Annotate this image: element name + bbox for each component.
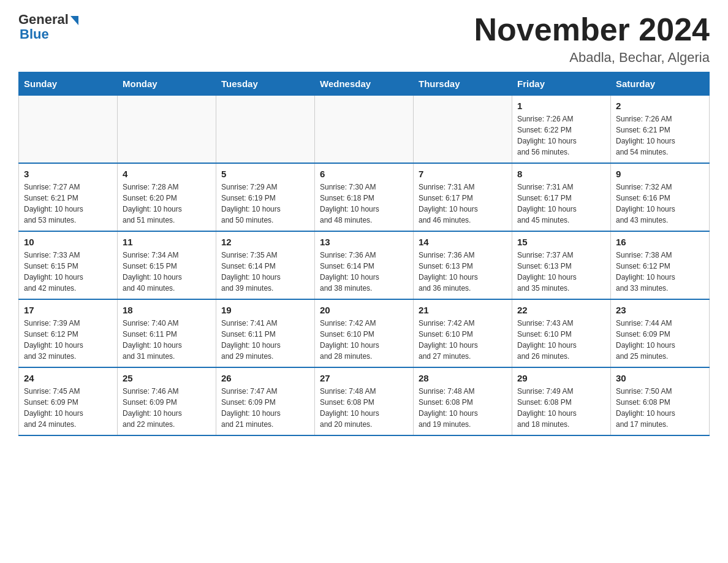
day-number: 26: [221, 373, 309, 383]
day-info: Sunrise: 7:27 AMSunset: 6:21 PMDaylight:…: [24, 182, 112, 226]
table-row: 7Sunrise: 7:31 AMSunset: 6:17 PMDaylight…: [414, 163, 512, 231]
calendar-week-row: 1Sunrise: 7:26 AMSunset: 6:22 PMDaylight…: [19, 96, 710, 164]
table-row: 28Sunrise: 7:48 AMSunset: 6:08 PMDayligh…: [414, 367, 512, 435]
header-friday: Friday: [512, 72, 611, 96]
day-number: 29: [517, 373, 605, 383]
logo-blue: Blue: [20, 26, 49, 42]
day-info: Sunrise: 7:30 AMSunset: 6:18 PMDaylight:…: [320, 182, 408, 226]
calendar-week-row: 10Sunrise: 7:33 AMSunset: 6:15 PMDayligh…: [19, 231, 710, 299]
day-number: 3: [24, 169, 112, 179]
day-info: Sunrise: 7:40 AMSunset: 6:11 PMDaylight:…: [123, 318, 211, 362]
day-info: Sunrise: 7:44 AMSunset: 6:09 PMDaylight:…: [616, 318, 704, 362]
day-info: Sunrise: 7:47 AMSunset: 6:09 PMDaylight:…: [221, 386, 309, 430]
calendar-table: Sunday Monday Tuesday Wednesday Thursday…: [18, 72, 710, 436]
day-info: Sunrise: 7:33 AMSunset: 6:15 PMDaylight:…: [24, 250, 112, 294]
table-row: 23Sunrise: 7:44 AMSunset: 6:09 PMDayligh…: [611, 299, 710, 367]
day-info: Sunrise: 7:48 AMSunset: 6:08 PMDaylight:…: [419, 386, 507, 430]
day-info: Sunrise: 7:38 AMSunset: 6:12 PMDaylight:…: [616, 250, 704, 294]
day-number: 25: [123, 373, 211, 383]
day-info: Sunrise: 7:50 AMSunset: 6:08 PMDaylight:…: [616, 386, 704, 430]
table-row: 20Sunrise: 7:42 AMSunset: 6:10 PMDayligh…: [315, 299, 414, 367]
day-number: 17: [24, 305, 112, 315]
day-info: Sunrise: 7:31 AMSunset: 6:17 PMDaylight:…: [419, 182, 507, 226]
day-number: 10: [24, 237, 112, 247]
day-number: 12: [221, 237, 309, 247]
calendar-week-row: 17Sunrise: 7:39 AMSunset: 6:12 PMDayligh…: [19, 299, 710, 367]
table-row: 24Sunrise: 7:45 AMSunset: 6:09 PMDayligh…: [19, 367, 118, 435]
day-info: Sunrise: 7:28 AMSunset: 6:20 PMDaylight:…: [123, 182, 211, 226]
day-number: 5: [221, 169, 309, 179]
table-row: 22Sunrise: 7:43 AMSunset: 6:10 PMDayligh…: [512, 299, 611, 367]
table-row: 9Sunrise: 7:32 AMSunset: 6:16 PMDaylight…: [611, 163, 710, 231]
table-row: 2Sunrise: 7:26 AMSunset: 6:21 PMDaylight…: [611, 96, 710, 164]
table-row: 13Sunrise: 7:36 AMSunset: 6:14 PMDayligh…: [315, 231, 414, 299]
day-number: 20: [320, 305, 408, 315]
day-number: 30: [616, 373, 704, 383]
day-number: 21: [419, 305, 507, 315]
day-number: 14: [419, 237, 507, 247]
day-info: Sunrise: 7:41 AMSunset: 6:11 PMDaylight:…: [221, 318, 309, 362]
title-section: November 2024 Abadla, Bechar, Algeria: [474, 12, 710, 66]
table-row: [19, 96, 118, 164]
day-number: 9: [616, 169, 704, 179]
table-row: 21Sunrise: 7:42 AMSunset: 6:10 PMDayligh…: [414, 299, 512, 367]
day-info: Sunrise: 7:45 AMSunset: 6:09 PMDaylight:…: [24, 386, 112, 430]
day-number: 6: [320, 169, 408, 179]
table-row: 16Sunrise: 7:38 AMSunset: 6:12 PMDayligh…: [611, 231, 710, 299]
calendar-week-row: 3Sunrise: 7:27 AMSunset: 6:21 PMDaylight…: [19, 163, 710, 231]
day-number: 24: [24, 373, 112, 383]
header-tuesday: Tuesday: [216, 72, 315, 96]
day-number: 4: [123, 169, 211, 179]
table-row: 4Sunrise: 7:28 AMSunset: 6:20 PMDaylight…: [118, 163, 216, 231]
day-number: 7: [419, 169, 507, 179]
table-row: [414, 96, 512, 164]
calendar-header-row: Sunday Monday Tuesday Wednesday Thursday…: [19, 72, 710, 96]
day-info: Sunrise: 7:42 AMSunset: 6:10 PMDaylight:…: [320, 318, 408, 362]
table-row: 19Sunrise: 7:41 AMSunset: 6:11 PMDayligh…: [216, 299, 315, 367]
day-number: 27: [320, 373, 408, 383]
day-info: Sunrise: 7:37 AMSunset: 6:13 PMDaylight:…: [517, 250, 605, 294]
table-row: 5Sunrise: 7:29 AMSunset: 6:19 PMDaylight…: [216, 163, 315, 231]
table-row: [216, 96, 315, 164]
day-info: Sunrise: 7:35 AMSunset: 6:14 PMDaylight:…: [221, 250, 309, 294]
day-info: Sunrise: 7:31 AMSunset: 6:17 PMDaylight:…: [517, 182, 605, 226]
day-info: Sunrise: 7:29 AMSunset: 6:19 PMDaylight:…: [221, 182, 309, 226]
day-number: 2: [616, 101, 704, 111]
day-number: 1: [517, 101, 605, 111]
day-number: 11: [123, 237, 211, 247]
day-info: Sunrise: 7:48 AMSunset: 6:08 PMDaylight:…: [320, 386, 408, 430]
header-saturday: Saturday: [611, 72, 710, 96]
table-row: [118, 96, 216, 164]
logo-general: General: [18, 12, 69, 27]
table-row: 30Sunrise: 7:50 AMSunset: 6:08 PMDayligh…: [611, 367, 710, 435]
day-number: 19: [221, 305, 309, 315]
day-info: Sunrise: 7:26 AMSunset: 6:22 PMDaylight:…: [517, 113, 605, 158]
location: Abadla, Bechar, Algeria: [474, 50, 710, 66]
table-row: 15Sunrise: 7:37 AMSunset: 6:13 PMDayligh…: [512, 231, 611, 299]
table-row: 18Sunrise: 7:40 AMSunset: 6:11 PMDayligh…: [118, 299, 216, 367]
table-row: [315, 96, 414, 164]
table-row: 27Sunrise: 7:48 AMSunset: 6:08 PMDayligh…: [315, 367, 414, 435]
header-wednesday: Wednesday: [315, 72, 414, 96]
table-row: 11Sunrise: 7:34 AMSunset: 6:15 PMDayligh…: [118, 231, 216, 299]
day-number: 23: [616, 305, 704, 315]
day-number: 16: [616, 237, 704, 247]
day-number: 28: [419, 373, 507, 383]
day-info: Sunrise: 7:46 AMSunset: 6:09 PMDaylight:…: [123, 386, 211, 430]
header-thursday: Thursday: [414, 72, 512, 96]
table-row: 26Sunrise: 7:47 AMSunset: 6:09 PMDayligh…: [216, 367, 315, 435]
month-title: November 2024: [474, 12, 710, 47]
day-info: Sunrise: 7:34 AMSunset: 6:15 PMDaylight:…: [123, 250, 211, 294]
table-row: 29Sunrise: 7:49 AMSunset: 6:08 PMDayligh…: [512, 367, 611, 435]
day-number: 13: [320, 237, 408, 247]
day-info: Sunrise: 7:32 AMSunset: 6:16 PMDaylight:…: [616, 182, 704, 226]
table-row: 12Sunrise: 7:35 AMSunset: 6:14 PMDayligh…: [216, 231, 315, 299]
day-info: Sunrise: 7:39 AMSunset: 6:12 PMDaylight:…: [24, 318, 112, 362]
day-info: Sunrise: 7:49 AMSunset: 6:08 PMDaylight:…: [517, 386, 605, 430]
table-row: 17Sunrise: 7:39 AMSunset: 6:12 PMDayligh…: [19, 299, 118, 367]
day-number: 15: [517, 237, 605, 247]
table-row: 8Sunrise: 7:31 AMSunset: 6:17 PMDaylight…: [512, 163, 611, 231]
day-info: Sunrise: 7:36 AMSunset: 6:14 PMDaylight:…: [320, 250, 408, 294]
table-row: 10Sunrise: 7:33 AMSunset: 6:15 PMDayligh…: [19, 231, 118, 299]
day-info: Sunrise: 7:26 AMSunset: 6:21 PMDaylight:…: [616, 113, 704, 158]
